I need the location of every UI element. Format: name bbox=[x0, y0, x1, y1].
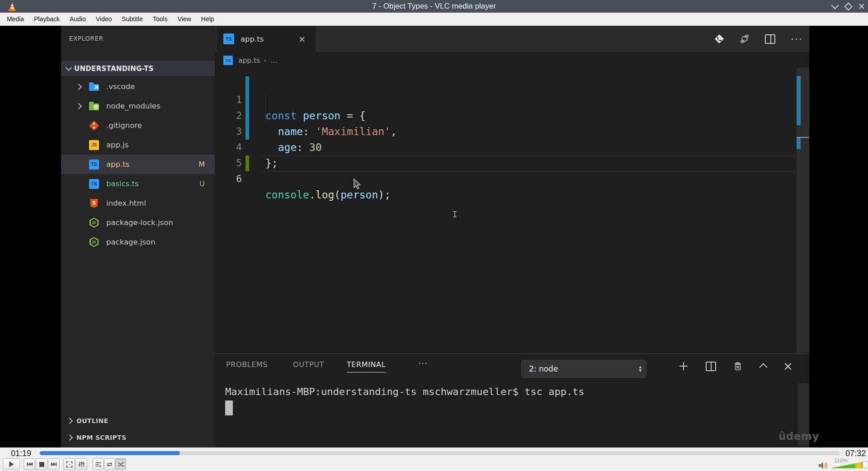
open-changes-icon[interactable] bbox=[714, 34, 724, 44]
file-row-gitignore[interactable]: .gitignore bbox=[61, 116, 215, 135]
explorer-root-folder[interactable]: UNDERSTANDING-TS bbox=[61, 61, 215, 76]
node-modules-folder-icon bbox=[89, 104, 99, 110]
ts-file-icon: TS bbox=[89, 179, 99, 189]
file-row-vscode[interactable]: .vscode bbox=[61, 77, 215, 96]
chevron-right-icon bbox=[75, 83, 82, 89]
stop-button[interactable] bbox=[36, 458, 47, 470]
next-button[interactable] bbox=[48, 458, 60, 470]
vlc-window: 7 - Object Types - VLC media player Medi… bbox=[0, 0, 868, 471]
chevron-down-icon bbox=[66, 65, 72, 71]
chevron-right-icon bbox=[66, 418, 73, 424]
git-untracked-badge: U bbox=[199, 179, 205, 188]
git-file-icon bbox=[89, 120, 99, 131]
close-icon[interactable] bbox=[859, 4, 864, 9]
file-row-app-js[interactable]: JS app.js bbox=[61, 135, 215, 155]
menu-tools[interactable]: Tools bbox=[148, 13, 173, 26]
menu-subtitle[interactable]: Subtitle bbox=[117, 13, 148, 26]
overview-added-mark bbox=[797, 138, 801, 149]
playlist-button[interactable] bbox=[93, 458, 104, 470]
extended-settings-button[interactable] bbox=[75, 458, 87, 470]
volume-slider[interactable] bbox=[832, 460, 867, 469]
panel-tab-problems[interactable]: PROBLEMS bbox=[226, 360, 268, 372]
code-line: 6 console.log(person); bbox=[215, 155, 809, 171]
menu-video[interactable]: Video bbox=[91, 13, 117, 26]
code-editor[interactable]: 1 const person = { 2 name: 'Maximilian',… bbox=[215, 69, 809, 353]
chevron-right-icon bbox=[75, 103, 82, 109]
node-file-icon: JS bbox=[90, 237, 99, 247]
time-total: 07:32 bbox=[845, 449, 866, 458]
split-editor-icon[interactable] bbox=[765, 34, 775, 44]
panel-tab-terminal[interactable]: TERMINAL bbox=[347, 360, 386, 372]
code-line: 2 name: 'Maximilian', bbox=[215, 92, 809, 108]
vlc-controls: 01:19 07:32 110% bbox=[0, 447, 868, 471]
speaker-icon[interactable] bbox=[818, 462, 829, 470]
loop-button[interactable] bbox=[104, 458, 115, 470]
file-row-package-lock[interactable]: JS package-lock.json bbox=[61, 213, 215, 232]
editor-more-actions-icon[interactable]: ··· bbox=[791, 33, 803, 45]
ts-file-icon: TS bbox=[223, 56, 233, 65]
fullscreen-button[interactable] bbox=[63, 458, 75, 470]
video-area[interactable]: EXPLORER UNDERSTANDING-TS .vscode node_m… bbox=[0, 26, 868, 447]
menu-help[interactable]: Help bbox=[196, 13, 219, 26]
window-title: 7 - Object Types - VLC media player bbox=[372, 2, 496, 11]
code-line: 4 }; bbox=[215, 124, 809, 140]
mouse-cursor bbox=[354, 179, 363, 189]
menu-media[interactable]: Media bbox=[2, 13, 29, 26]
vlc-logo-icon bbox=[7, 1, 17, 11]
terminal-panel: PROBLEMS OUTPUT TERMINAL ··· 2: node ▴▾ bbox=[215, 353, 809, 447]
editor-area: TS app.ts × bbox=[215, 26, 809, 447]
panel-more-icon[interactable]: ··· bbox=[418, 358, 428, 368]
play-button[interactable] bbox=[3, 458, 20, 470]
file-row-index-html[interactable]: 5 index.html bbox=[61, 193, 215, 213]
ts-file-icon: TS bbox=[223, 33, 234, 44]
ts-file-icon: TS bbox=[89, 160, 99, 170]
explorer-sidebar: EXPLORER UNDERSTANDING-TS .vscode node_m… bbox=[61, 26, 215, 447]
menu-playback[interactable]: Playback bbox=[29, 13, 65, 26]
vscode-folder-icon bbox=[89, 84, 99, 91]
terminal-select[interactable]: 2: node ▴▾ bbox=[521, 360, 646, 378]
seek-progress bbox=[40, 451, 180, 455]
tab-app-ts[interactable]: TS app.ts × bbox=[217, 26, 316, 52]
seek-bar[interactable] bbox=[40, 451, 840, 455]
breadcrumb[interactable]: TS app.ts › … bbox=[215, 52, 809, 69]
close-panel-icon[interactable]: × bbox=[781, 359, 795, 373]
file-row-app-ts[interactable]: TS app.ts M bbox=[61, 155, 215, 174]
minimize-icon[interactable] bbox=[831, 2, 839, 9]
maximize-icon[interactable] bbox=[844, 2, 852, 10]
udemy-watermark: ûdemy bbox=[778, 430, 819, 442]
chevron-right-icon bbox=[66, 434, 73, 441]
select-arrows-icon: ▴▾ bbox=[639, 365, 642, 372]
git-modified-badge: M bbox=[198, 160, 205, 169]
breadcrumb-separator: › bbox=[264, 56, 266, 65]
node-file-icon: JS bbox=[90, 218, 99, 228]
tab-close-icon[interactable]: × bbox=[298, 34, 306, 44]
code-line: 3 age: 30 bbox=[215, 108, 809, 124]
previous-button[interactable] bbox=[24, 458, 35, 470]
js-file-icon: JS bbox=[89, 140, 99, 150]
maximize-panel-icon[interactable] bbox=[756, 359, 770, 373]
time-elapsed: 01:19 bbox=[11, 449, 31, 458]
terminal-output: Maximilians-MBP:understanding-ts mschwar… bbox=[225, 386, 585, 397]
menu-view[interactable]: View bbox=[173, 13, 196, 26]
git-compare-icon[interactable] bbox=[740, 34, 750, 44]
panel-tab-output[interactable]: OUTPUT bbox=[293, 360, 324, 372]
code-line: 1 const person = { bbox=[215, 76, 809, 92]
sidebar-section-outline[interactable]: OUTLINE bbox=[61, 414, 215, 428]
vscode-window: EXPLORER UNDERSTANDING-TS .vscode node_m… bbox=[61, 26, 809, 447]
menu-audio[interactable]: Audio bbox=[65, 13, 91, 26]
terminal-cursor bbox=[225, 400, 233, 415]
split-terminal-icon[interactable] bbox=[704, 359, 717, 373]
sidebar-section-npm-scripts[interactable]: NPM SCRIPTS bbox=[61, 430, 215, 445]
file-row-package-json[interactable]: JS package.json bbox=[61, 232, 215, 252]
file-row-node-modules[interactable]: node_modules bbox=[61, 96, 215, 116]
vlc-titlebar: 7 - Object Types - VLC media player bbox=[0, 0, 868, 13]
file-row-basics-ts[interactable]: TS basics.ts U bbox=[61, 174, 215, 193]
overview-modified-mark bbox=[797, 76, 801, 125]
breadcrumb-more[interactable]: … bbox=[270, 56, 278, 65]
text-cursor: I bbox=[452, 209, 458, 220]
shuffle-button[interactable] bbox=[115, 458, 126, 470]
kill-terminal-icon[interactable] bbox=[731, 359, 745, 373]
code-line: 5 bbox=[215, 140, 809, 155]
editor-tabbar: TS app.ts × bbox=[215, 26, 809, 52]
new-terminal-icon[interactable] bbox=[677, 359, 690, 373]
